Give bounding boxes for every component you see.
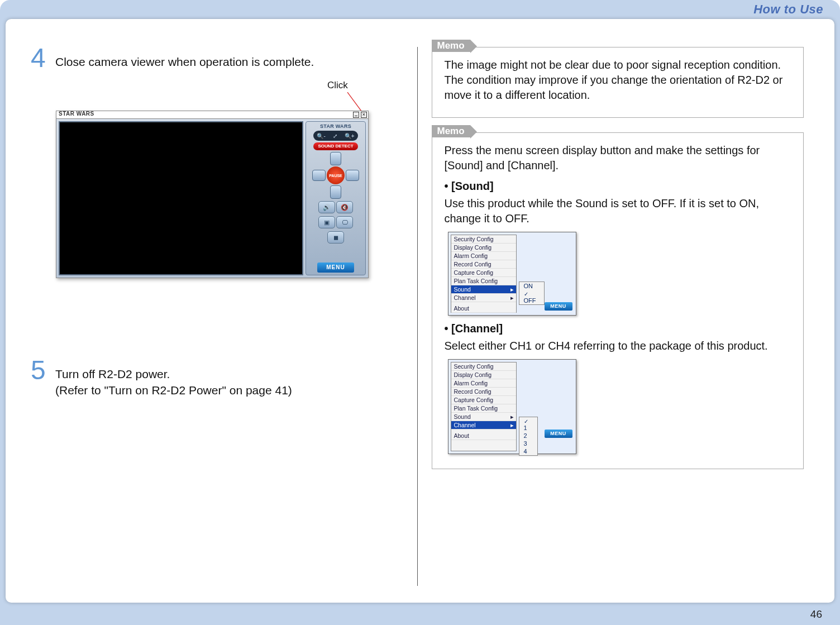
step-4-number: 4 — [31, 47, 55, 70]
memo-box-1: Memo The image might not be clear due to… — [432, 47, 804, 118]
memo-label-2: Memo — [432, 125, 470, 137]
zoom-out-icon[interactable]: 🔍- — [317, 133, 325, 139]
dpad-down-button[interactable] — [330, 185, 341, 199]
close-icon[interactable]: × — [361, 112, 367, 118]
viewer-control-panel: STAR WARS 🔍- ⤢ 🔍+ SOUND DETECT — [306, 121, 366, 275]
volume-button[interactable]: 🔊 — [318, 201, 335, 213]
column-divider — [417, 47, 418, 586]
memo-label-1: Memo — [432, 40, 470, 52]
dpad-right-button[interactable] — [346, 170, 359, 181]
record-button[interactable]: ◼ — [327, 231, 344, 244]
step-5: 5 Turn off R2-D2 power. (Refer to "Turn … — [31, 359, 403, 398]
menu-button[interactable]: MENU — [317, 263, 354, 273]
menu-item[interactable]: Display Config — [451, 371, 516, 379]
channel-submenu: 1 2 3 4 — [519, 417, 538, 456]
page-number: 46 — [810, 608, 822, 621]
menu-item[interactable]: Capture Config — [451, 269, 516, 277]
channel-menu-screenshot: Security Config Display Config Alarm Con… — [448, 359, 576, 454]
viewer-title: STAR WARS — [59, 111, 94, 117]
page-background: How to Use 4 Close camera viewer when op… — [0, 0, 840, 625]
channel-option-1-checked[interactable]: 1 — [519, 417, 537, 432]
mini-menu-button[interactable]: MENU — [545, 430, 572, 438]
menu-item[interactable]: Channel — [451, 294, 516, 302]
sound-menu-screenshot: Security Config Display Config Alarm Con… — [448, 232, 576, 316]
sound-option-off-checked[interactable]: OFF — [519, 290, 544, 304]
viewer-video-area — [59, 121, 303, 275]
click-callout-label: Click — [327, 80, 348, 91]
menu-item-sound-selected[interactable]: Sound — [451, 285, 516, 294]
viewer-body: STAR WARS 🔍- ⤢ 🔍+ SOUND DETECT — [56, 119, 368, 278]
channel-text: Select either CH1 or CH4 referring to th… — [445, 338, 791, 354]
sound-detect-button[interactable]: SOUND DETECT — [313, 142, 358, 150]
viewer-figure: Click STAR WARS × STAR WARS — [56, 80, 403, 287]
zoom-bar[interactable]: 🔍- ⤢ 🔍+ — [313, 131, 358, 141]
mute-button[interactable]: 🔇 — [336, 201, 353, 213]
menu-item[interactable]: Plan Task Config — [451, 404, 516, 413]
menu-item[interactable]: Security Config — [451, 235, 516, 244]
memo-2-intro: Press the menu screen display button and… — [445, 143, 791, 173]
page-body: 4 Close camera viewer when operation is … — [6, 19, 834, 603]
menu-item[interactable]: Sound — [451, 413, 516, 421]
step-5-line2: (Refer to "Turn on R2-D2 Power" on page … — [55, 384, 292, 397]
menu-item[interactable]: Plan Task Config — [451, 277, 516, 285]
menu-item[interactable]: About — [451, 432, 516, 440]
step-5-text: Turn off R2-D2 power. (Refer to "Turn on… — [55, 359, 292, 398]
step-4-text: Close camera viewer when operation is co… — [55, 47, 314, 70]
channel-menu-list: Security Config Display Config Alarm Con… — [451, 362, 517, 451]
sound-text: Use this product while the Sound is set … — [445, 196, 791, 226]
header-title: How to Use — [753, 2, 823, 16]
minimize-icon[interactable] — [353, 112, 359, 118]
memo-box-2: Memo Press the menu screen display butto… — [432, 132, 804, 469]
step-5-line1: Turn off R2-D2 power. — [55, 368, 170, 380]
menu-item[interactable]: Capture Config — [451, 396, 516, 404]
header-bar: How to Use — [0, 0, 840, 19]
mini-menu-button[interactable]: MENU — [545, 302, 572, 311]
dpad-up-button[interactable] — [330, 152, 341, 165]
menu-item[interactable]: About — [451, 304, 516, 313]
step-4: 4 Close camera viewer when operation is … — [31, 47, 403, 70]
sound-heading: • [Sound] — [445, 179, 791, 194]
left-column: 4 Close camera viewer when operation is … — [22, 47, 412, 586]
dpad-left-button[interactable] — [312, 170, 326, 181]
menu-item[interactable]: Security Config — [451, 362, 516, 371]
right-column: Memo The image might not be clear due to… — [423, 47, 813, 586]
menu-item[interactable]: Alarm Config — [451, 252, 516, 260]
sound-option-on[interactable]: ON — [519, 282, 544, 290]
menu-item[interactable]: Display Config — [451, 244, 516, 252]
sound-menu-list: Security Config Display Config Alarm Con… — [451, 235, 517, 313]
channel-option-4[interactable]: 4 — [519, 447, 537, 455]
channel-heading: • [Channel] — [445, 321, 791, 336]
menu-item[interactable]: Record Config — [451, 260, 516, 269]
memo-1-text: The image might not be clear due to poor… — [445, 58, 791, 103]
menu-item[interactable]: Alarm Config — [451, 379, 516, 388]
menu-item[interactable]: Record Config — [451, 388, 516, 396]
zoom-in-icon[interactable]: 🔍+ — [345, 133, 355, 139]
expand-icon[interactable]: ⤢ — [333, 133, 337, 139]
panel-logo: STAR WARS — [320, 124, 351, 129]
menu-item-channel-selected[interactable]: Channel — [451, 421, 516, 430]
snapshot-button[interactable]: ▣ — [318, 216, 335, 228]
pause-button[interactable]: PAUSE — [327, 166, 345, 184]
camera-viewer-window: STAR WARS × STAR WARS 🔍- ⤢ 🔍+ — [56, 111, 369, 278]
channel-option-2[interactable]: 2 — [519, 432, 537, 440]
viewer-titlebar: STAR WARS × — [56, 111, 368, 119]
step-5-number: 5 — [31, 359, 55, 382]
screen-button[interactable]: 🖵 — [336, 216, 353, 228]
channel-option-3[interactable]: 3 — [519, 440, 537, 447]
sound-submenu: ON OFF — [519, 282, 545, 305]
direction-pad: PAUSE — [312, 152, 359, 199]
